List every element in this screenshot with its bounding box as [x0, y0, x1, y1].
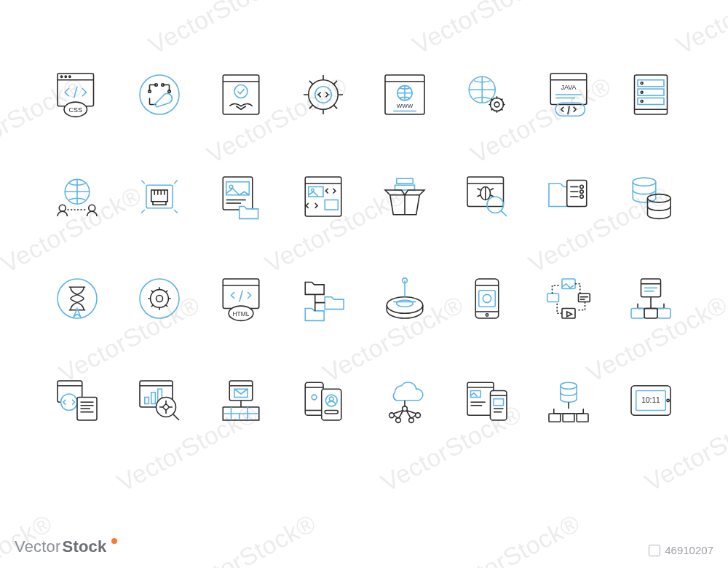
- icon-set-canvas: VectorStock®VectorStock®VectorStock®Vect…: [0, 0, 728, 568]
- svg-point-35: [641, 91, 643, 93]
- svg-rect-118: [151, 393, 156, 404]
- svg-rect-94: [579, 293, 590, 301]
- svg-point-77: [150, 290, 168, 308]
- svg-rect-79: [223, 279, 260, 309]
- svg-point-92: [486, 314, 488, 316]
- svg-point-76: [140, 279, 179, 318]
- svg-text:JAVA: JAVA: [561, 84, 577, 91]
- folder-file-icon: [528, 146, 610, 248]
- svg-rect-58: [395, 185, 415, 190]
- svg-rect-90: [479, 291, 496, 307]
- database-stack-icon: [610, 146, 692, 248]
- svg-point-49: [230, 185, 234, 189]
- svg-rect-105: [657, 309, 670, 319]
- ethernet-port-icon: [119, 146, 201, 248]
- svg-rect-98: [547, 293, 559, 301]
- svg-point-73: [633, 178, 656, 186]
- html-window-icon: HTML: [200, 248, 282, 350]
- media-cycle-icon: [528, 248, 610, 350]
- svg-text:10:11: 10:11: [641, 396, 660, 404]
- handshake-badge-icon: [200, 44, 282, 146]
- site-network-icon: [610, 248, 692, 350]
- server-rack-icon: [610, 44, 692, 146]
- cloud-network-icon: [364, 350, 446, 451]
- analytics-lens-icon: [119, 350, 201, 451]
- svg-rect-13: [223, 75, 260, 114]
- svg-rect-117: [145, 398, 149, 404]
- folder-tree-icon: [282, 248, 365, 350]
- svg-point-55: [311, 189, 313, 191]
- svg-rect-93: [562, 279, 575, 289]
- svg-rect-152: [563, 414, 574, 422]
- svg-point-34: [641, 82, 643, 84]
- svg-point-149: [561, 382, 577, 389]
- svg-point-86: [397, 300, 414, 307]
- svg-point-15: [234, 85, 248, 98]
- java-window-icon: JAVA: [528, 44, 610, 146]
- database-nodes-icon: [528, 350, 610, 451]
- footer-bar: VectorStock 46910207: [15, 537, 713, 556]
- svg-rect-0: [58, 74, 94, 106]
- svg-rect-106: [644, 309, 657, 319]
- svg-point-40: [89, 205, 95, 211]
- svg-point-23: [494, 102, 499, 107]
- svg-rect-104: [631, 309, 644, 319]
- circuit-wrench-icon: [119, 44, 201, 146]
- tablet-clock-icon: 10:11: [610, 350, 692, 451]
- svg-point-157: [667, 399, 669, 401]
- svg-point-91: [483, 294, 491, 302]
- bug-search-icon: [446, 146, 529, 248]
- image-id-label: 46910207: [649, 544, 713, 556]
- image-code-window-icon: [282, 146, 365, 248]
- svg-rect-130: [322, 389, 341, 420]
- mobile-user-icon: [282, 350, 365, 451]
- svg-rect-66: [567, 181, 587, 207]
- svg-rect-42: [151, 190, 168, 202]
- code-gear-icon: [282, 44, 365, 146]
- svg-rect-97: [562, 309, 575, 319]
- image-folder-icon: [200, 146, 282, 248]
- svg-point-75: [58, 279, 97, 318]
- box-unpack-icon: [364, 146, 446, 248]
- svg-point-83: [387, 297, 424, 314]
- svg-point-36: [641, 100, 643, 103]
- svg-rect-31: [638, 80, 664, 87]
- mobile-card-icon: [446, 248, 529, 350]
- svg-text:CSS: CSS: [69, 106, 83, 114]
- svg-point-78: [156, 296, 162, 302]
- www-browser-icon: WWW: [364, 44, 446, 146]
- svg-point-3: [65, 76, 66, 77]
- svg-rect-54: [309, 187, 323, 197]
- svg-rect-153: [577, 414, 589, 422]
- svg-point-2: [61, 76, 63, 77]
- code-document-icon: [36, 350, 119, 451]
- svg-rect-33: [638, 98, 664, 105]
- svg-line-65: [501, 210, 507, 216]
- svg-line-121: [173, 414, 179, 420]
- scanner-device-icon: [364, 248, 446, 350]
- svg-rect-30: [634, 75, 667, 114]
- icon-grid: CSS: [36, 44, 692, 451]
- svg-rect-56: [325, 200, 338, 210]
- svg-point-8: [140, 75, 179, 114]
- brand-dot-icon: [111, 538, 117, 544]
- svg-point-120: [156, 398, 175, 417]
- svg-rect-57: [397, 178, 414, 184]
- globe-gear-icon: [446, 44, 529, 146]
- gear-ring-icon: [119, 248, 201, 350]
- svg-point-129: [312, 395, 317, 400]
- brand-right-text: Stock: [63, 537, 107, 556]
- svg-text:WWW: WWW: [397, 103, 414, 109]
- css-window-icon: CSS: [36, 44, 119, 146]
- svg-point-39: [60, 205, 66, 211]
- svg-line-5: [74, 87, 78, 98]
- firewall-mail-icon: [200, 350, 282, 451]
- globe-users-icon: [36, 146, 119, 248]
- hourglass-badge-icon: [36, 248, 119, 350]
- svg-point-4: [69, 76, 71, 77]
- svg-point-74: [647, 194, 670, 202]
- brand-logo: VectorStock: [15, 537, 117, 556]
- dashboard-mobile-icon: [446, 350, 529, 451]
- svg-rect-32: [638, 89, 664, 95]
- svg-text:HTML: HTML: [233, 310, 250, 317]
